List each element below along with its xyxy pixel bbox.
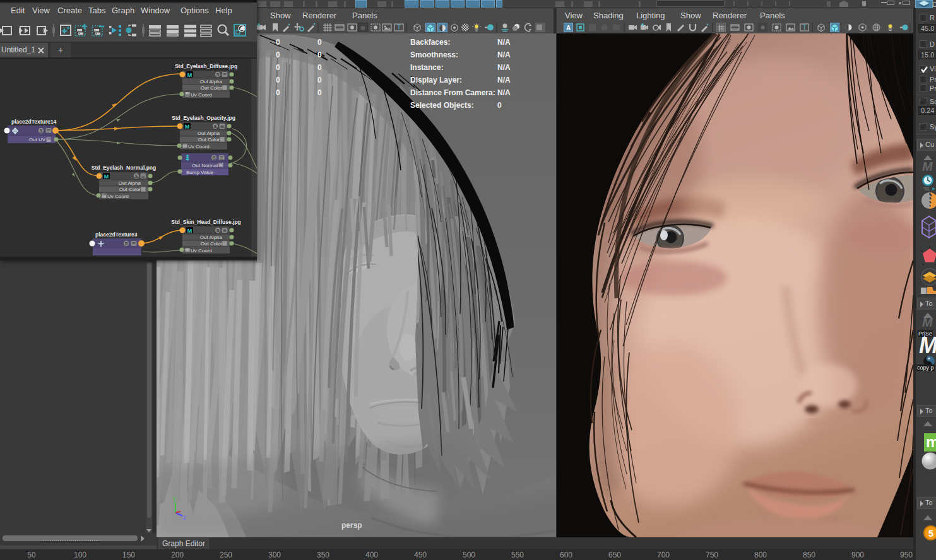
svg-text:M: M — [185, 124, 190, 130]
svg-text:S: S — [216, 73, 220, 77]
svg-text:5: 5 — [928, 528, 933, 539]
svg-text:M: M — [187, 228, 193, 234]
svg-text:Out Alpha: Out Alpha — [119, 180, 141, 186]
svg-text:T: T — [802, 24, 806, 31]
svg-text:0: 0 — [276, 76, 280, 85]
svg-text:Backfaces:: Backfaces: — [410, 38, 450, 47]
svg-text:Smoothness:: Smoothness: — [410, 50, 458, 59]
svg-text:T: T — [397, 24, 401, 31]
svg-text:0: 0 — [276, 38, 280, 47]
svg-text:A: A — [566, 25, 571, 32]
svg-text:0: 0 — [317, 38, 322, 47]
svg-text:0: 0 — [317, 50, 322, 59]
svg-text:Std_Skin_Head_Diffuse.jpg: Std_Skin_Head_Diffuse.jpg — [171, 219, 241, 225]
svg-text:Out Color: Out Color — [201, 85, 223, 91]
svg-text:Out Alpha: Out Alpha — [198, 131, 220, 136]
svg-text:N/A: N/A — [497, 50, 511, 59]
svg-text:Uv Coord: Uv Coord — [107, 194, 129, 199]
svg-text:Std_Eyelash_Normal.png: Std_Eyelash_Normal.png — [92, 165, 157, 171]
svg-text:Bump Value: Bump Value — [186, 170, 214, 175]
svg-text:S: S — [135, 174, 138, 178]
svg-text:0: 0 — [317, 76, 322, 85]
svg-text:0: 0 — [497, 101, 502, 110]
svg-text:Out Color: Out Color — [198, 137, 220, 143]
svg-text:M: M — [104, 173, 109, 180]
svg-text:N/A: N/A — [497, 38, 511, 47]
svg-text:Selected Objects:: Selected Objects: — [410, 101, 474, 110]
svg-text:y: y — [173, 495, 176, 502]
svg-text:place2dTexture3: place2dTexture3 — [95, 231, 138, 238]
svg-text:S: S — [214, 124, 217, 129]
svg-text:S: S — [40, 129, 43, 133]
svg-text:Uv Coord: Uv Coord — [188, 144, 210, 149]
svg-text:N/A: N/A — [497, 88, 511, 97]
svg-text:Display Layer:: Display Layer: — [410, 76, 462, 85]
svg-text:S: S — [216, 228, 220, 233]
svg-text:Std_Eyelash_Opacity.jpg: Std_Eyelash_Opacity.jpg — [172, 115, 235, 121]
svg-text:N/A: N/A — [497, 63, 511, 72]
svg-text:0: 0 — [317, 63, 322, 72]
svg-text:Out UV: Out UV — [29, 137, 46, 143]
svg-text:Out Alpha: Out Alpha — [200, 235, 223, 240]
svg-text:S: S — [125, 242, 128, 246]
svg-text:Out Alpha: Out Alpha — [200, 79, 223, 85]
svg-text:0: 0 — [276, 50, 280, 59]
svg-text:0: 0 — [276, 63, 280, 72]
svg-text:Instance:: Instance: — [410, 63, 444, 72]
svg-text:S: S — [213, 156, 216, 160]
svg-text:place2dTexture14: place2dTexture14 — [11, 119, 56, 125]
svg-text:M: M — [187, 72, 193, 78]
svg-text:0: 0 — [276, 88, 280, 97]
svg-text:Std_Eyelash_Diffuse.jpg: Std_Eyelash_Diffuse.jpg — [175, 63, 237, 69]
svg-text:Uv Coord: Uv Coord — [191, 248, 212, 254]
svg-text:z: z — [183, 514, 186, 521]
svg-text:Out Color: Out Color — [119, 187, 141, 192]
svg-text:N/A: N/A — [497, 76, 511, 85]
svg-text:0: 0 — [317, 88, 322, 97]
svg-text:Distance From Camera:: Distance From Camera: — [410, 88, 495, 97]
svg-text:Out Color: Out Color — [201, 241, 223, 247]
svg-text:Out Normal: Out Normal — [192, 163, 218, 168]
svg-text:Uv Coord: Uv Coord — [191, 92, 212, 98]
svg-text:persp: persp — [341, 521, 362, 530]
